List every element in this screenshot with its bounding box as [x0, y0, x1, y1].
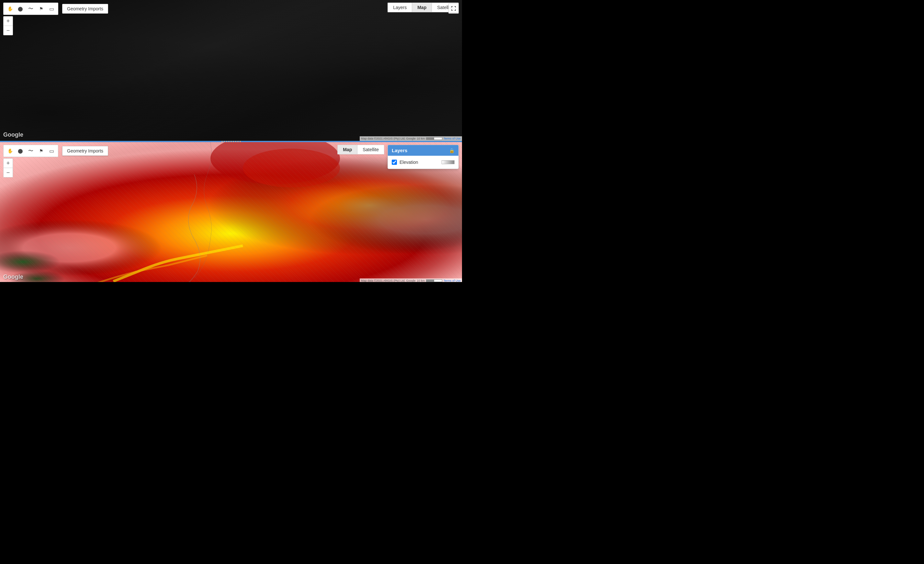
top-map-left-controls: ✋ ⬤ 〜 ⚑ ▭ Geometry Imports [3, 3, 108, 15]
fullscreen-icon [451, 6, 456, 11]
elevation-layer-checkbox[interactable] [392, 160, 397, 165]
geometry-imports-button[interactable]: Geometry Imports [62, 4, 108, 14]
top-google-logo: Google [3, 132, 23, 138]
top-scale-bar [426, 137, 442, 140]
bottom-attribution-text: Map data ©2021 AfriGIS (Pty) Ltd, Google [361, 279, 416, 282]
top-zoom-in-button[interactable]: + [3, 16, 13, 26]
top-terms-link[interactable]: Terms of Use [444, 137, 461, 140]
top-scale-text: 10 km [417, 137, 425, 140]
bottom-hand-tool-button[interactable]: ✋ [6, 146, 15, 155]
layers-lock-icon: 🔒 [449, 148, 454, 153]
polygon-tool-button[interactable]: ⚑ [37, 4, 46, 13]
bottom-zoom-out-button[interactable]: − [3, 168, 13, 177]
bottom-line-tool-button[interactable]: 〜 [26, 146, 35, 155]
bottom-map-type-button[interactable]: Map [338, 145, 357, 154]
elevation-layer-style [442, 160, 454, 164]
bottom-point-tool-button[interactable]: ⬤ [16, 146, 25, 155]
bottom-terms-link[interactable]: Terms of Use [444, 279, 461, 282]
top-fullscreen-button[interactable] [448, 3, 459, 14]
bottom-satellite-button[interactable]: Satellite [357, 145, 384, 154]
bottom-polygon-tool-button[interactable]: ⚑ [37, 146, 46, 155]
bottom-zoom-in-button[interactable]: + [3, 159, 13, 168]
top-attribution-text: Map data ©2021 AfriGIS (Pty) Ltd, Google [361, 137, 416, 140]
top-map-background [0, 0, 462, 141]
top-map-attribution: Map data ©2021 AfriGIS (Pty) Ltd, Google… [360, 136, 462, 141]
point-tool-button[interactable]: ⬤ [16, 4, 25, 13]
top-zoom-out-button[interactable]: − [3, 26, 13, 35]
line-tool-button[interactable]: 〜 [26, 4, 35, 13]
elevation-layer-item: Elevation [392, 158, 454, 166]
layers-panel-body: Elevation [388, 156, 459, 169]
layers-panel-header: Layers 🔒 [388, 145, 459, 156]
bottom-map: ✋ ⬤ 〜 ⚑ ▭ Geometry Imports Layers 🔒 Elev… [0, 142, 462, 282]
bottom-google-logo: Google [3, 274, 23, 280]
layers-panel: Layers 🔒 Elevation [387, 145, 459, 169]
elevation-layer-name: Elevation [399, 160, 439, 165]
bottom-scale-bar [426, 279, 442, 282]
bottom-right-controls: Map Satellite [338, 145, 384, 154]
bottom-map-type-group: Map Satellite [338, 145, 384, 154]
top-map-type-button[interactable]: Map [412, 3, 432, 12]
layers-button[interactable]: Layers [387, 3, 412, 12]
bottom-toolbar: ✋ ⬤ 〜 ⚑ ▭ [3, 145, 58, 157]
bottom-zoom-controls: + − [3, 158, 13, 177]
layers-panel-title: Layers [392, 148, 407, 153]
top-zoom-controls: + − [3, 16, 13, 35]
rectangle-tool-button[interactable]: ▭ [47, 4, 56, 13]
hand-tool-button[interactable]: ✋ [6, 4, 15, 13]
bottom-rectangle-tool-button[interactable]: ▭ [47, 146, 56, 155]
bottom-scale-text: 10 km [417, 279, 425, 282]
bottom-map-left-controls: ✋ ⬤ 〜 ⚑ ▭ Geometry Imports [3, 145, 108, 157]
map-resize-divider[interactable] [0, 141, 462, 142]
bottom-map-attribution: Map data ©2021 AfriGIS (Pty) Ltd, Google… [360, 279, 462, 282]
bottom-geometry-imports-button[interactable]: Geometry Imports [62, 146, 108, 156]
top-toolbar: ✋ ⬤ 〜 ⚑ ▭ [3, 3, 58, 15]
top-map: ✋ ⬤ 〜 ⚑ ▭ Geometry Imports Layers Map Sa… [0, 0, 462, 141]
